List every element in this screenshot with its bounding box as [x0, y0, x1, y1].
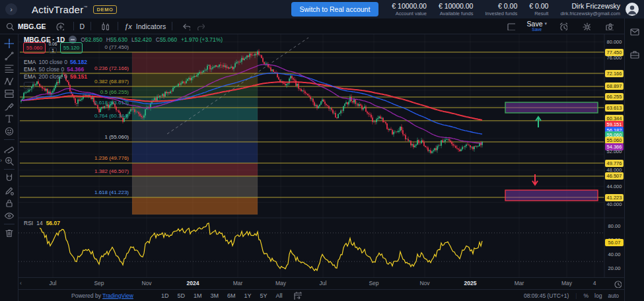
- layout-button[interactable]: [504, 20, 519, 32]
- scale-percent[interactable]: %: [584, 292, 589, 299]
- scale-log[interactable]: log: [594, 292, 602, 299]
- scale-auto[interactable]: auto: [608, 292, 619, 299]
- chevron-right-icon: ›: [10, 6, 13, 13]
- snapshot-button[interactable]: [602, 20, 616, 32]
- symbol-label: MBG.GE: [18, 22, 46, 30]
- ema-name: EMA: [24, 73, 36, 80]
- chart-main: ›: [0, 34, 624, 301]
- alert-button[interactable]: [555, 20, 570, 32]
- range-1d[interactable]: 1D: [161, 292, 169, 299]
- tradingview-link[interactable]: TradingView: [102, 292, 133, 299]
- ema-params: 50 close 0: [38, 66, 64, 73]
- redo-button[interactable]: [193, 20, 207, 32]
- quantity-field[interactable]: 1: [49, 48, 57, 54]
- timezone-button[interactable]: [613, 279, 622, 289]
- crosshair-tool[interactable]: [2, 37, 17, 50]
- fib-retracement-tool[interactable]: [2, 62, 17, 75]
- ema-legend-row[interactable]: EMA100 close 056.182: [24, 58, 87, 65]
- portfolio-button[interactable]: [627, 48, 642, 61]
- buy-button[interactable]: 55.120: [60, 42, 83, 53]
- time-axis-label: 4: [593, 280, 596, 286]
- camera-icon: [605, 22, 614, 30]
- sell-button[interactable]: 55.060: [23, 42, 46, 53]
- ema-params: 100 close 0: [38, 59, 67, 65]
- time-axis[interactable]: ‹ JulSepNov2024MarMayJulSepNov2025MarMay…: [18, 277, 624, 289]
- collapse-legend-button[interactable]: ︿: [24, 82, 34, 89]
- time-axis-label: Sep: [369, 280, 378, 286]
- interval-button[interactable]: D: [80, 22, 85, 30]
- compare-add-button[interactable]: [53, 20, 67, 32]
- hide-drawings-tool[interactable]: [2, 209, 17, 222]
- ema-legend-row[interactable]: EMA200 close 059.151: [24, 73, 87, 80]
- eye-icon: [4, 211, 14, 220]
- price-axis[interactable]: 80.00077.45076.00072.16668.89766.25563.6…: [604, 34, 624, 277]
- ema-legend-row[interactable]: EMA50 close 054.366: [24, 65, 87, 73]
- price-axis-label: 63.613: [605, 104, 624, 112]
- activtrader-app: › ActivTrader™ DEMO Switch to Real accou…: [0, 0, 644, 301]
- range-5y[interactable]: 5Y: [260, 292, 267, 299]
- range-3m[interactable]: 3M: [210, 292, 219, 299]
- lock-drawings-tool[interactable]: [2, 197, 17, 209]
- zoom-in-icon: [4, 156, 14, 166]
- measure-tool[interactable]: [2, 142, 17, 154]
- indicators-button[interactable]: ƒx Indicators: [124, 22, 166, 30]
- top-bar: › ActivTrader™ DEMO Switch to Real accou…: [0, 0, 644, 18]
- stat-account-value: € 10000.00 Account value: [392, 2, 427, 17]
- price-axis-label: 40.000: [605, 201, 624, 208]
- settings-button[interactable]: [579, 20, 593, 32]
- range-all[interactable]: All: [276, 292, 283, 299]
- brush-tool[interactable]: [2, 100, 17, 112]
- rsi-axis-label: 40.00: [605, 251, 624, 258]
- envelope-icon: [629, 26, 639, 36]
- account-value: € 10000.00: [392, 2, 427, 10]
- drawing-mode-tool[interactable]: [2, 184, 17, 197]
- expand-panel-button[interactable]: ›: [5, 3, 17, 15]
- range-1y[interactable]: 1Y: [244, 292, 251, 299]
- position-tool[interactable]: [2, 87, 17, 100]
- price-axis-label: 76.000: [605, 54, 624, 61]
- ema-value: 54.366: [67, 66, 84, 73]
- price-axis-label: 49.776: [605, 160, 624, 167]
- range-6m[interactable]: 6M: [227, 292, 236, 299]
- bottom-bar: Powered by TradingView 1D5D1M3M6M1Y5YAll…: [18, 289, 624, 301]
- trade-widget: 55.060 0.06 1 55.120: [23, 42, 83, 53]
- app-logo: ActivTrader™: [32, 4, 88, 15]
- indicators-label: Indicators: [136, 22, 166, 30]
- briefcase-icon: [629, 50, 639, 59]
- range-5d[interactable]: 5D: [177, 292, 185, 299]
- text-tool[interactable]: [2, 112, 17, 125]
- available-funds: € 10000.00: [439, 2, 474, 10]
- lock-icon: [4, 198, 14, 208]
- scroll-left-icon[interactable]: ‹: [20, 280, 22, 286]
- remove-drawings-tool[interactable]: [2, 226, 17, 239]
- avatar[interactable]: [626, 3, 639, 16]
- emoji-tool[interactable]: [2, 125, 17, 137]
- pattern-tool[interactable]: [2, 75, 17, 87]
- chart-area[interactable]: MBG.GE · 1D O52.850 H55.630 L52.420 C55.…: [18, 34, 624, 301]
- zoom-in-tool[interactable]: [2, 154, 17, 167]
- price-axis-label: 46.507: [605, 172, 624, 180]
- symbol-search[interactable]: MBG.GE: [5, 22, 46, 30]
- chart-toolbar: MBG.GE D ƒx Indicators: [0, 18, 624, 34]
- go-to-date-button[interactable]: [291, 289, 305, 301]
- price-axis-label: 72.166: [605, 70, 624, 77]
- range-1m[interactable]: 1M: [194, 292, 202, 299]
- rsi-axis-label: 80.00: [605, 222, 624, 230]
- available-funds-label: Available funds: [440, 11, 474, 17]
- magnet-tool[interactable]: [2, 172, 17, 184]
- chart-style-button[interactable]: [97, 20, 112, 32]
- ema-name: EMA: [24, 66, 36, 73]
- price-axis-label: 80.000: [605, 38, 624, 46]
- save-layout-button[interactable]: Save▾ Save: [527, 20, 547, 32]
- range-selector: 1D5D1M3M6M1Y5YAll: [161, 292, 283, 299]
- switch-to-real-account-button[interactable]: Switch to Real account: [291, 2, 379, 17]
- xabcd-pattern-icon: [4, 76, 14, 86]
- price-chart[interactable]: [18, 34, 624, 277]
- indicator-legend: EMA100 close 056.182EMA50 close 054.366E…: [24, 58, 87, 80]
- calendar-icon: [293, 291, 302, 300]
- clock-icon: [613, 279, 622, 288]
- undo-button[interactable]: [178, 20, 193, 32]
- messages-button[interactable]: [627, 25, 642, 38]
- trend-line-tool[interactable]: [2, 50, 17, 62]
- side-panel-handle[interactable]: ›: [0, 157, 2, 164]
